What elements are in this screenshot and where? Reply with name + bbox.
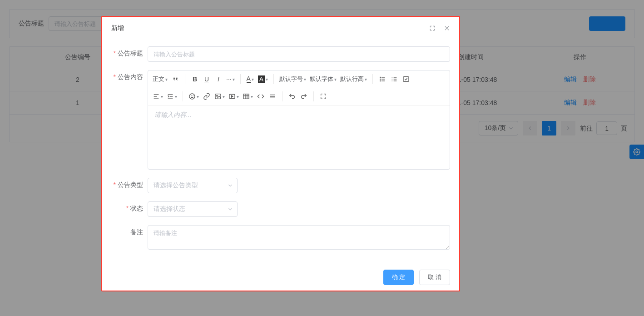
tb-font-size[interactable]: 默认字号▾ (277, 72, 308, 86)
cancel-button[interactable]: 取 消 (419, 270, 450, 285)
tb-font-color-icon[interactable]: A▾ (244, 72, 256, 86)
tb-list-ul-icon[interactable] (376, 72, 388, 86)
close-icon[interactable] (444, 25, 450, 31)
tb-divider-icon[interactable] (267, 90, 278, 103)
notice-type-placeholder: 请选择公告类型 (154, 181, 198, 190)
tb-align-icon[interactable]: ▾ (151, 90, 165, 103)
tb-video-icon[interactable]: ▾ (227, 90, 241, 103)
status-select[interactable]: 请选择状态 (148, 201, 238, 217)
svg-point-21 (193, 95, 193, 96)
tb-font-family[interactable]: 默认字体▾ (308, 72, 338, 86)
tb-fullscreen-icon[interactable] (317, 90, 329, 103)
svg-marker-25 (232, 95, 233, 97)
svg-point-23 (217, 95, 218, 96)
tb-redo-icon[interactable] (298, 90, 310, 103)
tb-code-icon[interactable] (255, 90, 267, 103)
svg-point-8 (380, 80, 381, 81)
notice-type-select[interactable]: 请选择公告类型 (148, 178, 238, 193)
tb-link-icon[interactable] (201, 90, 213, 103)
label-status: 状态 (111, 201, 148, 217)
chevron-down-icon (227, 206, 233, 212)
tb-table-icon[interactable]: ▾ (241, 90, 255, 103)
tb-emoji-icon[interactable]: ▾ (187, 90, 201, 103)
notice-title-input[interactable] (148, 46, 450, 62)
label-content: 公告内容 (111, 70, 148, 170)
svg-point-20 (191, 95, 192, 96)
rich-editor: 正文▾ B U I ···▾ A▾ A▾ (148, 70, 450, 170)
tb-indent-icon[interactable]: ▾ (165, 90, 179, 103)
tb-heading[interactable]: 正文▾ (151, 72, 169, 86)
tb-more-icon[interactable]: ···▾ (224, 72, 237, 86)
confirm-button[interactable]: 确 定 (383, 270, 414, 285)
add-notice-modal: 新增 公告标题 公告内容 正文▾ (101, 16, 460, 291)
label-type: 公告类型 (111, 178, 148, 193)
modal-footer: 确 定 取 消 (102, 264, 459, 291)
editor-content-area[interactable]: 请输入内容... (148, 105, 450, 169)
tb-bg-color-icon[interactable]: A▾ (256, 72, 270, 86)
chevron-down-icon (227, 182, 233, 189)
modal-title: 新增 (111, 24, 124, 32)
label-remark: 备注 (111, 225, 148, 251)
tb-bold-icon[interactable]: B (189, 72, 201, 86)
modal-body: 公告标题 公告内容 正文▾ B U (102, 38, 459, 264)
tb-quote-icon[interactable] (169, 72, 181, 86)
remark-textarea[interactable] (148, 225, 450, 250)
label-title: 公告标题 (111, 46, 148, 62)
fullscreen-icon[interactable] (429, 25, 436, 31)
tb-line-height[interactable]: 默认行高▾ (338, 72, 369, 86)
tb-italic-icon[interactable]: I (213, 72, 224, 86)
tb-list-ol-icon[interactable] (388, 72, 400, 86)
svg-point-7 (380, 79, 381, 79)
svg-rect-26 (243, 94, 249, 99)
editor-toolbar: 正文▾ B U I ···▾ A▾ A▾ (148, 70, 450, 105)
svg-point-19 (189, 94, 195, 99)
tb-image-icon[interactable]: ▾ (213, 90, 227, 103)
tb-underline-icon[interactable]: U (201, 72, 213, 86)
svg-point-6 (380, 77, 381, 77)
tb-todo-icon[interactable] (400, 72, 412, 86)
modal-header: 新增 (102, 17, 459, 38)
status-placeholder: 请选择状态 (154, 205, 185, 213)
tb-undo-icon[interactable] (286, 90, 298, 103)
svg-rect-12 (403, 77, 409, 82)
